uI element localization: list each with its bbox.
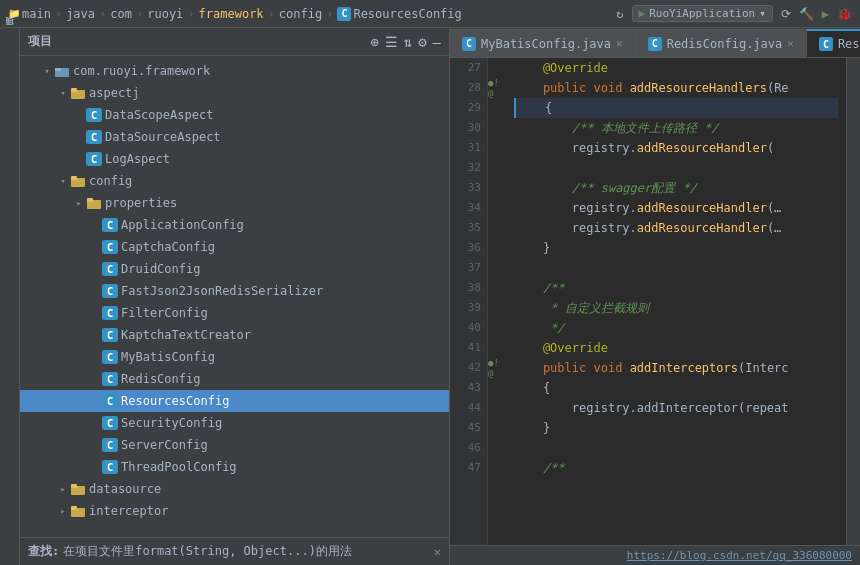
bottom-link-bar[interactable]: https://blog.csdn.net/qq_336080000 — [450, 545, 860, 565]
expand-arrow[interactable] — [40, 66, 54, 76]
class-icon-logaspect: C — [86, 152, 102, 166]
tab-class-icon-mybatis: C — [462, 37, 476, 51]
debug-icon[interactable]: 🐞 — [837, 7, 852, 21]
minimize-icon[interactable]: – — [433, 34, 441, 50]
token: void — [593, 78, 622, 98]
code-line-28: public void addResourceHandlers (Re — [514, 78, 838, 98]
layout-icon[interactable]: ☰ — [385, 34, 398, 50]
code-line-45: } — [514, 418, 838, 438]
breadcrumb-com[interactable]: com — [110, 7, 132, 21]
tree-item-datascopeaspect[interactable]: C DataScopeAspect — [20, 104, 449, 126]
tree-item-serverconfig[interactable]: C ServerConfig — [20, 434, 449, 456]
expand-arrow[interactable] — [56, 88, 70, 98]
line-num-31: 31 — [450, 138, 487, 158]
tab-mybatisconfig[interactable]: C MyBatisConfig.java ✕ — [450, 29, 636, 57]
tab-class-icon-resources: C — [819, 37, 833, 51]
tree-item-properties[interactable]: properties — [20, 192, 449, 214]
find-close-button[interactable]: ✕ — [434, 545, 441, 559]
tree-item-logaspect[interactable]: C LogAspect — [20, 148, 449, 170]
build-icon[interactable]: 🔨 — [799, 7, 814, 21]
token: @Override — [514, 58, 608, 78]
token: public — [514, 78, 586, 98]
breadcrumb-framework[interactable]: framework — [199, 7, 264, 21]
tree-label-filterconfig: FilterConfig — [121, 306, 208, 320]
sync-icon[interactable]: ↻ — [616, 7, 623, 21]
token: addResourceHandler — [637, 198, 767, 218]
token: { — [516, 98, 552, 118]
tree-item-com-ruoyi-framework[interactable]: com.ruoyi.framework — [20, 60, 449, 82]
code-line-33: /** swagger配置 */ — [514, 178, 838, 198]
class-icon-druidconfig: C — [102, 262, 118, 276]
tree-item-aspectj[interactable]: aspectj — [20, 82, 449, 104]
tree-item-fastjson2jsonredisserializer[interactable]: C FastJson2JsonRedisSerializer — [20, 280, 449, 302]
tree-item-threadpoolconfig[interactable]: C ThreadPoolConfig — [20, 456, 449, 478]
editor-scrollbar[interactable] — [846, 58, 860, 545]
line-num-40: 40 — [450, 318, 487, 338]
class-icon-captchaconfig: C — [102, 240, 118, 254]
breadcrumb-main[interactable]: main — [22, 7, 51, 21]
settings-icon[interactable]: ⚙ — [418, 34, 426, 50]
tree-item-druidconfig[interactable]: C DruidConfig — [20, 258, 449, 280]
filter-icon[interactable]: ⇅ — [404, 34, 412, 50]
token: (Interc — [738, 358, 789, 378]
breadcrumb-resourcesconfig[interactable]: ResourcesConfig — [353, 7, 461, 21]
line-num-45: 45 — [450, 418, 487, 438]
breadcrumb-ruoyi[interactable]: ruoyi — [147, 7, 183, 21]
tree-item-filterconfig[interactable]: C FilterConfig — [20, 302, 449, 324]
code-content[interactable]: @Override public void addResourceHandler… — [506, 58, 846, 545]
line-num-42: 42 — [450, 358, 487, 378]
tree-item-kaptchatextcreator[interactable]: C KaptchaTextCreator — [20, 324, 449, 346]
tree-label-fastjson: FastJson2JsonRedisSerializer — [121, 284, 323, 298]
tab-label-redisconfig: RedisConfig.java — [667, 37, 783, 51]
class-icon-securityconfig: C — [102, 416, 118, 430]
tree-item-interceptor[interactable]: interceptor — [20, 500, 449, 522]
tree-label-applicationconfig: ApplicationConfig — [121, 218, 244, 232]
tree-item-captchaconfig[interactable]: C CaptchaConfig — [20, 236, 449, 258]
breadcrumb-java[interactable]: java — [66, 7, 95, 21]
expand-arrow[interactable] — [56, 506, 70, 516]
find-bar: 查找: 在项目文件里format(String, Object...)的用法 ✕ — [20, 537, 449, 565]
gutter-43 — [488, 378, 506, 398]
tree-item-redisconfig[interactable]: C RedisConfig — [20, 368, 449, 390]
tree-label-interceptor: interceptor — [89, 504, 168, 518]
run-config-selector[interactable]: ▶ RuoYiApplication ▾ — [632, 5, 773, 22]
expand-arrow[interactable] — [72, 198, 86, 208]
tree-item-datasource[interactable]: datasource — [20, 478, 449, 500]
token: @Override — [514, 338, 608, 358]
line-num-41: 41 — [450, 338, 487, 358]
gutter-46 — [488, 438, 506, 458]
add-icon[interactable]: ⊕ — [370, 34, 378, 50]
breadcrumb-config[interactable]: config — [279, 7, 322, 21]
project-sidebar: 项目 ⊕ ☰ ⇅ ⚙ – com.ruoyi.frame — [20, 28, 450, 565]
tree-label-datasourceaspect: DataSourceAspect — [105, 130, 221, 144]
find-text: 在项目文件里format(String, Object...)的用法 — [63, 543, 352, 560]
svg-rect-1 — [55, 68, 61, 71]
token: registry. — [514, 198, 637, 218]
tab-close-redis[interactable]: ✕ — [787, 37, 794, 50]
run-btn-icon[interactable]: ▶ — [822, 7, 829, 21]
folder-icon-interceptor — [70, 504, 86, 518]
line-num-28: 28 — [450, 78, 487, 98]
tab-resourcesconfig[interactable]: C ResourcesConfig ✕ — [807, 29, 860, 57]
line-num-37: 37 — [450, 258, 487, 278]
gutter-45 — [488, 418, 506, 438]
bottom-link-url[interactable]: https://blog.csdn.net/qq_336080000 — [627, 549, 852, 562]
tree-item-resourcesconfig[interactable]: C ResourcesConfig — [20, 390, 449, 412]
class-icon-serverconfig: C — [102, 438, 118, 452]
tab-close-mybatis[interactable]: ✕ — [616, 37, 623, 50]
folder-icon-datasource — [70, 482, 86, 496]
expand-arrow[interactable] — [56, 484, 70, 494]
gutter-33 — [488, 178, 506, 198]
tree-item-securityconfig[interactable]: C SecurityConfig — [20, 412, 449, 434]
line-num-27: 27 — [450, 58, 487, 78]
tree-item-config[interactable]: config — [20, 170, 449, 192]
tab-redisconfig[interactable]: C RedisConfig.java ✕ — [636, 29, 807, 57]
expand-arrow[interactable] — [56, 176, 70, 186]
gutter: ●! @ ●! @ — [488, 58, 506, 545]
token: addInterceptors — [630, 358, 738, 378]
tree-item-mybatisconfig[interactable]: C MyBatisConfig — [20, 346, 449, 368]
class-icon-datascopeaspect: C — [86, 108, 102, 122]
tree-item-datasourceaspect[interactable]: C DataSourceAspect — [20, 126, 449, 148]
tree-item-applicationconfig[interactable]: C ApplicationConfig — [20, 214, 449, 236]
reload-icon[interactable]: ⟳ — [781, 7, 791, 21]
